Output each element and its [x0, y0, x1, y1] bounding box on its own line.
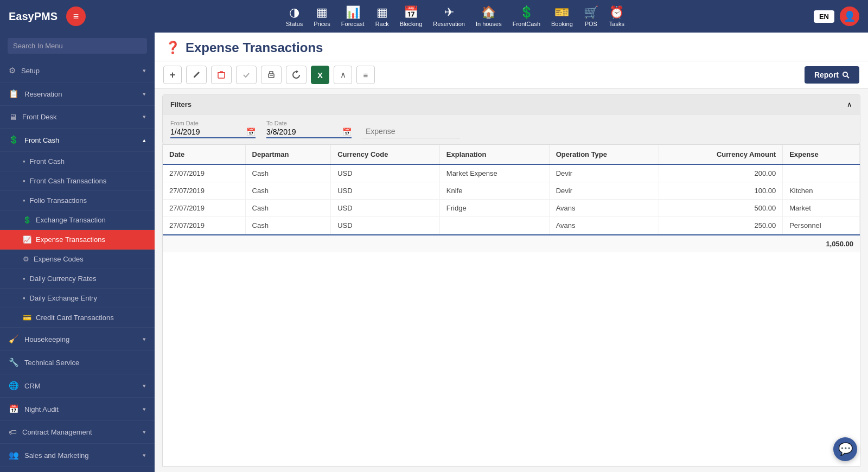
sidebar-sub-item-daily-exchange-entry[interactable]: ▪ Daily Exchange Entry [0, 289, 155, 308]
sidebar-sub-item-front-cash-transactions[interactable]: ▪ Front Cash Transactions [0, 171, 155, 191]
search-input[interactable] [8, 38, 147, 54]
sidebar-item-label: Night Audit [24, 405, 59, 413]
sidebar-sub-item-front-cash[interactable]: ▪ Front Cash [0, 152, 155, 171]
nav-item-forecast[interactable]: 📊Forecast [341, 5, 365, 27]
calendar-icon[interactable]: 📅 [342, 127, 352, 136]
sidebar-item-label: Reservation [24, 90, 62, 98]
hamburger-button[interactable]: ≡ [66, 7, 86, 26]
col-currency-amount: Currency Amount [659, 145, 783, 164]
refresh-button[interactable] [286, 66, 307, 84]
collapse-button[interactable]: ∧ [334, 66, 352, 84]
filter-title: Filters [170, 100, 192, 109]
col-date: Date [163, 145, 245, 164]
sidebar-item-setup[interactable]: ⚙ Setup ▾ [0, 59, 155, 82]
chevron-down-icon: ▾ [143, 429, 146, 436]
nav-item-frontcash[interactable]: 💲FrontCash [513, 5, 540, 27]
excel-button[interactable]: X [311, 66, 329, 84]
print-button[interactable] [261, 66, 282, 84]
edit-button[interactable] [186, 66, 207, 84]
nav-item-rack[interactable]: ▦Rack [375, 5, 389, 27]
nav-item-prices[interactable]: ▦Prices [314, 5, 330, 27]
table-header: Date Departman Currency Code Explanation… [163, 145, 860, 164]
to-date-field: To Date 📅 [266, 120, 352, 138]
cell-operation-type: Devir [549, 164, 659, 182]
setup-icon: ⚙ [9, 66, 16, 75]
sidebar-item-front-desk[interactable]: 🖥 Front Desk ▾ [0, 106, 155, 129]
table-header-row: Date Departman Currency Code Explanation… [163, 145, 860, 164]
add-button[interactable]: + [163, 66, 182, 84]
from-date-input[interactable] [170, 127, 246, 136]
cell-departman: Cash [245, 164, 331, 182]
page-header: ❓ Expense Transactions [155, 33, 868, 61]
sidebar-item-crm[interactable]: 🌐 CRM ▾ [0, 374, 155, 398]
delete-button[interactable] [211, 66, 232, 84]
table-row[interactable]: 27/07/2019 Cash USD Avans 250.00 Personn… [163, 217, 860, 234]
user-avatar[interactable]: 👤 [840, 7, 859, 26]
sub-item-label: Front Cash [30, 157, 65, 165]
sidebar-item-housekeeping[interactable]: 🧹 Housekeeping ▾ [0, 328, 155, 351]
chevron-down-icon: ▾ [143, 406, 146, 413]
nav-item-label: Status [286, 21, 303, 27]
expense-filter-input[interactable] [362, 125, 460, 138]
to-date-input[interactable] [266, 127, 342, 136]
chevron-down-icon: ▾ [143, 452, 146, 459]
sidebar-item-technical-service[interactable]: 🔧 Technical Service [0, 351, 155, 374]
chevron-down-icon: ▾ [143, 113, 146, 120]
sidebar-sub-item-expense-codes[interactable]: ⚙ Expense Codes [0, 250, 155, 269]
table-wrapper: Date Departman Currency Code Explanation… [162, 144, 860, 467]
nav-item-label: Tasks [609, 21, 624, 27]
cell-currency-amount: 500.00 [659, 200, 783, 217]
sidebar-sub-item-credit-card-transactions[interactable]: 💳 Credit Card Transactions [0, 308, 155, 328]
chat-bubble[interactable]: 💬 [833, 437, 857, 461]
nav-item-reservation[interactable]: ✈Reservation [433, 5, 465, 27]
report-button[interactable]: Report [805, 66, 859, 84]
toolbar: + X ∧ ≡ [155, 61, 868, 89]
sidebar-sub-item-exchange-transaction[interactable]: 💲 Exchange Transaction [0, 211, 155, 230]
tasks-icon: ⏰ [609, 5, 624, 20]
cell-date: 27/07/2019 [163, 200, 245, 217]
housekeeping-icon: 🧹 [9, 334, 19, 344]
sidebar-item-sales-marketing[interactable]: 👥 Sales and Marketing ▾ [0, 444, 155, 467]
top-nav-items: ◑Status▦Prices📊Forecast▦Rack📅Blocking✈Re… [97, 5, 814, 27]
sidebar-sub-item-daily-currency-rates[interactable]: ▪ Daily Currency Rates [0, 269, 155, 289]
table-row[interactable]: 27/07/2019 Cash USD Fridge Avans 500.00 … [163, 200, 860, 217]
table-row[interactable]: 27/07/2019 Cash USD Knife Devir 100.00 K… [163, 182, 860, 200]
sidebar-item-reservation[interactable]: 📋 Reservation ▾ [0, 82, 155, 106]
help-icon[interactable]: ❓ [165, 41, 180, 55]
nav-item-tasks[interactable]: ⏰Tasks [609, 5, 624, 27]
nav-item-pos[interactable]: 🛒POS [584, 5, 598, 27]
filter-collapse-icon: ∧ [847, 100, 852, 109]
filter-header[interactable]: Filters ∧ [163, 95, 860, 114]
menu-icon: ≡ [363, 71, 368, 80]
menu-button[interactable]: ≡ [356, 66, 375, 84]
cell-explanation: Knife [439, 182, 549, 200]
calendar-icon[interactable]: 📅 [246, 127, 256, 136]
sub-expense-icon: 📈 [23, 235, 31, 244]
blocking-icon: 📅 [404, 5, 418, 20]
nav-item-status[interactable]: ◑Status [286, 5, 303, 27]
refresh-icon [292, 71, 301, 79]
nav-item-label: Booking [551, 21, 573, 27]
nav-item-booking[interactable]: 🎫Booking [551, 5, 573, 27]
nav-item-blocking[interactable]: 📅Blocking [400, 5, 423, 27]
cell-date: 27/07/2019 [163, 217, 245, 234]
nav-right: EN 👤 [814, 7, 859, 26]
pos-icon: 🛒 [584, 5, 598, 20]
sidebar-item-night-audit[interactable]: 📅 Night Audit ▾ [0, 398, 155, 421]
svg-line-4 [847, 76, 849, 78]
cell-expense: Kitchen [783, 182, 860, 200]
excel-icon: X [317, 71, 323, 80]
sidebar-sub-item-folio-transactions[interactable]: ▪ Folio Transactions [0, 191, 155, 211]
booking-icon: 🎫 [554, 5, 569, 20]
language-button[interactable]: EN [814, 10, 834, 23]
sidebar-item-contract-management[interactable]: 🏷 Contract Management ▾ [0, 421, 155, 444]
cell-operation-type: Devir [549, 182, 659, 200]
check-button[interactable] [236, 66, 257, 84]
sidebar-sub-item-expense-transactions[interactable]: 📈 Expense Transactions [0, 230, 155, 250]
nav-item-inhouses[interactable]: 🏠In houses [476, 5, 502, 27]
sidebar-item-front-cash[interactable]: 💲 Front Cash ▴ [0, 129, 155, 152]
sidebar-item-label: Setup [21, 67, 40, 75]
status-icon: ◑ [289, 5, 299, 20]
nav-item-label: Rack [375, 21, 389, 27]
table-row[interactable]: 27/07/2019 Cash USD Market Expense Devir… [163, 164, 860, 182]
